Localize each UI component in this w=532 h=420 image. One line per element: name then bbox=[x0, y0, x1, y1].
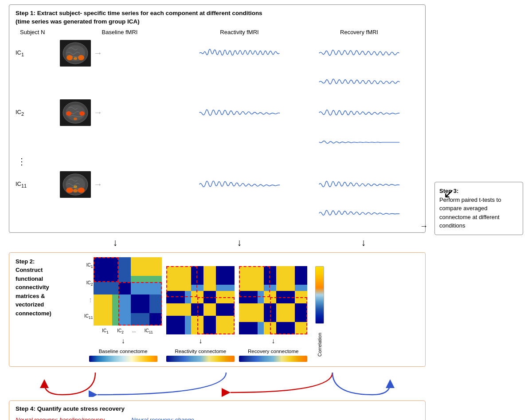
matrix-cell-0-3-9 bbox=[149, 276, 156, 282]
matrix-cell-0-2-2 bbox=[106, 270, 112, 276]
matrix-cell-1-0-5 bbox=[197, 266, 203, 272]
matrix-cell-1-4-5 bbox=[197, 291, 203, 297]
matrix-cell-0-9-9 bbox=[149, 313, 156, 319]
matrix-cell-0-10-0 bbox=[94, 319, 100, 326]
matrix-cell-0-1-4 bbox=[118, 263, 125, 270]
matrix-cell-2-2-1 bbox=[245, 279, 251, 285]
matrix-cell-0-10-9 bbox=[149, 319, 156, 326]
matrix-cell-0-4-0 bbox=[94, 282, 100, 288]
step1-title: Step 1: Extract subject- specific time s… bbox=[16, 9, 419, 26]
matrix-cell-0-2-1 bbox=[100, 270, 106, 276]
matrix-cell-2-0-0 bbox=[239, 266, 245, 272]
matrix-cell-2-7-5 bbox=[270, 310, 276, 316]
matrix-cell-1-4-7 bbox=[210, 291, 216, 297]
matrix-cell-2-9-2 bbox=[251, 322, 258, 328]
matrix-cell-0-10-8 bbox=[143, 319, 149, 326]
colorbar-label: Correlation bbox=[317, 326, 322, 357]
ic2-label: IC2 bbox=[16, 109, 60, 117]
ic1-label: IC1 bbox=[16, 49, 60, 57]
matrix-cell-0-5-6 bbox=[131, 288, 137, 294]
matrix-cell-0-8-4 bbox=[118, 307, 125, 313]
matrix-cell-0-2-6 bbox=[131, 270, 137, 276]
matrix-cell-1-10-0 bbox=[166, 328, 172, 334]
matrix-cell-1-1-3 bbox=[185, 272, 191, 279]
matrix-cell-0-3-2 bbox=[106, 276, 112, 282]
matrix-cell-2-0-6 bbox=[276, 266, 282, 272]
matrix-cell-0-2-9 bbox=[149, 270, 156, 276]
matrix-cell-1-2-4 bbox=[191, 279, 197, 285]
matrix-cell-0-8-7 bbox=[137, 307, 143, 313]
matrix-cell-2-1-6 bbox=[276, 272, 282, 279]
matrix-cell-0-1-5 bbox=[125, 263, 131, 270]
matrix-cell-1-3-0 bbox=[166, 285, 172, 291]
matrix-cell-1-10-4 bbox=[191, 328, 197, 334]
matrix-cell-2-6-6 bbox=[276, 303, 282, 310]
matrix-cell-2-6-9 bbox=[295, 303, 301, 310]
baseline-connectome-bar bbox=[89, 356, 157, 362]
matrix-cell-1-10-5 bbox=[197, 328, 203, 334]
matrix-cell-0-5-8 bbox=[143, 288, 149, 294]
matrix-cell-2-10-1 bbox=[245, 328, 251, 334]
matrix-cell-1-4-6 bbox=[203, 291, 210, 297]
svg-point-15 bbox=[66, 188, 73, 193]
matrix-cell-0-4-9 bbox=[149, 282, 156, 288]
matrix-cell-0-3-3 bbox=[112, 276, 118, 282]
matrix-cell-2-4-9 bbox=[295, 291, 301, 297]
matrix-cell-1-2-8 bbox=[216, 279, 222, 285]
matrix-cell-2-0-5 bbox=[270, 266, 276, 272]
matrix-cell-2-9-5 bbox=[270, 322, 276, 328]
matrix-cell-1-3-5 bbox=[197, 285, 203, 291]
matrix-cell-2-1-1 bbox=[245, 272, 251, 279]
matrix-cell-0-8-3 bbox=[112, 307, 118, 313]
matrix-cell-2-6-4 bbox=[264, 303, 270, 310]
curved-arrows-svg bbox=[9, 370, 426, 397]
matrix-cell-1-9-10 bbox=[228, 322, 235, 328]
step4-content: Neural recovery: baseline/recovery Calcu… bbox=[16, 416, 419, 420]
matrix-cell-2-8-4 bbox=[264, 316, 270, 322]
matrix-cell-1-5-5 bbox=[197, 297, 203, 303]
matrix-cell-1-3-4 bbox=[191, 285, 197, 291]
matrix-cell-2-6-10 bbox=[301, 303, 307, 310]
matrix-cell-0-7-3 bbox=[112, 301, 118, 307]
matrix-cell-2-7-3 bbox=[258, 310, 264, 316]
matrix-cell-1-5-1 bbox=[172, 297, 179, 303]
matrix-cell-0-2-0 bbox=[94, 270, 100, 276]
matrix-cell-2-2-3 bbox=[258, 279, 264, 285]
matrix-cell-0-5-2 bbox=[106, 288, 112, 294]
step4-left-title: Neural recovery: baseline/recovery bbox=[16, 416, 105, 420]
matrix-cell-1-8-0 bbox=[166, 316, 172, 322]
matrix-cell-0-0-3 bbox=[112, 257, 118, 263]
matrix-cell-0-4-7 bbox=[137, 282, 143, 288]
matrix-cell-0-0-5 bbox=[125, 257, 131, 263]
matrix-cell-2-0-3 bbox=[258, 266, 264, 272]
matrix-cell-2-9-1 bbox=[245, 322, 251, 328]
matrix-cell-0-5-9 bbox=[149, 288, 156, 294]
matrix-cell-0-4-5 bbox=[125, 282, 131, 288]
matrix-cell-0-9-1 bbox=[100, 313, 106, 319]
matrix-cell-2-10-6 bbox=[276, 328, 282, 334]
matrix-cell-1-8-5 bbox=[197, 316, 203, 322]
ic1-brain-cell: → bbox=[60, 37, 180, 69]
matrix-cell-0-8-0 bbox=[94, 307, 100, 313]
matrix-cell-2-2-8 bbox=[289, 279, 295, 285]
matrix-cell-1-3-8 bbox=[216, 285, 222, 291]
matrix-cell-2-1-3 bbox=[258, 272, 264, 279]
matrix-cell-1-0-1 bbox=[172, 266, 179, 272]
matrix-cell-1-9-2 bbox=[179, 322, 185, 328]
matrix-cell-1-5-2 bbox=[179, 297, 185, 303]
matrix-cell-1-0-3 bbox=[185, 266, 191, 272]
matrix-cell-0-7-4 bbox=[118, 301, 125, 307]
matrix-cell-2-0-1 bbox=[245, 266, 251, 272]
matrix-cell-1-9-4 bbox=[191, 322, 197, 328]
ic2-baseline-wave bbox=[180, 100, 299, 126]
matrix-cell-2-0-2 bbox=[251, 266, 258, 272]
matrix-cell-0-10-1 bbox=[100, 319, 106, 326]
subject-col-header: Subject N bbox=[16, 29, 60, 35]
matrix-cell-0-7-0 bbox=[94, 301, 100, 307]
ic11-arrow: → bbox=[94, 179, 102, 189]
ic1-brain-image bbox=[60, 40, 91, 67]
matrix-cell-0-6-3 bbox=[112, 294, 118, 301]
step3-outer: Step 3: Perform paired t-tests to compar… bbox=[430, 182, 523, 201]
matrix-cell-2-6-3 bbox=[258, 303, 264, 310]
matrix-cell-2-2-10 bbox=[301, 279, 307, 285]
